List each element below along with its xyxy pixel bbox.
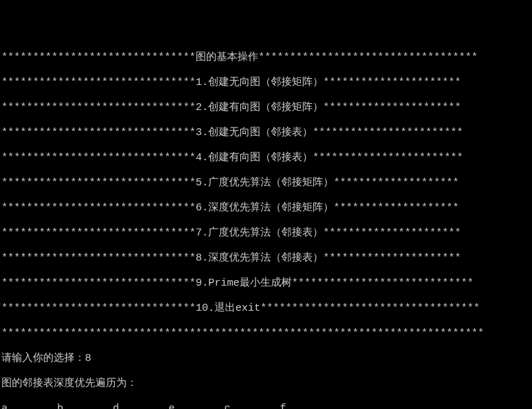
user-input-1[interactable]: 8: [85, 353, 91, 364]
input-label: 请输入你的选择：: [1, 353, 85, 364]
node-a: a: [1, 403, 57, 409]
menu-item-3: *******************************3.创建无向图（邻…: [1, 127, 531, 139]
traversal-label: 图的邻接表深度优先遍历为：: [1, 378, 531, 390]
menu-item-1: *******************************1.创建无向图（邻…: [1, 77, 531, 89]
menu-item-5: *******************************5.广度优先算法（…: [1, 177, 531, 190]
menu-item-9: *******************************9.Prime最小…: [1, 277, 531, 290]
menu-title: *******************************图的基本操作***…: [1, 52, 531, 64]
node-f: f: [280, 403, 336, 409]
traversal-result: abdecf: [1, 403, 531, 409]
menu-item-2: *******************************2.创建有向图（邻…: [1, 102, 531, 114]
menu-item-4: *******************************4.创建有向图（邻…: [1, 152, 531, 164]
node-c: c: [224, 403, 280, 409]
node-d: d: [113, 403, 169, 409]
menu-item-6: *******************************6.深度优先算法（…: [1, 202, 531, 215]
menu-item-8: *******************************8.深度优先算法（…: [1, 252, 531, 265]
prompt-1: 请输入你的选择：8: [1, 353, 531, 365]
menu-item-10: *******************************10.退出exit…: [1, 302, 531, 315]
node-b: b: [57, 403, 113, 409]
menu-border: ****************************************…: [1, 327, 531, 340]
menu-item-7: *******************************7.广度优先算法（…: [1, 227, 531, 240]
node-e: e: [169, 403, 224, 409]
